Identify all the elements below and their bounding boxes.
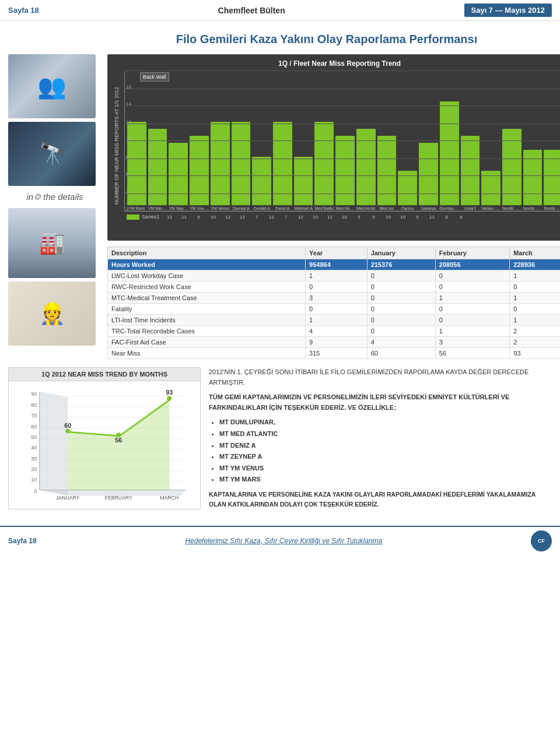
table-cell-january: 215376 — [367, 259, 435, 270]
table-row: Near Miss315605693 — [108, 348, 561, 359]
series-label: Series1 — [142, 214, 160, 220]
series-value: 7 — [251, 215, 264, 220]
col-description: Description — [108, 247, 306, 259]
line-chart-area: 0 10 20 30 40 50 60 70 80 90 — [8, 381, 201, 509]
svg-text:90: 90 — [31, 391, 37, 397]
table-cell-march: 1 — [510, 270, 560, 282]
binoculars-image — [8, 122, 96, 186]
table-cell-year: 954864 — [306, 259, 368, 270]
table-row: LWC-Lost Workday Case1001 — [108, 270, 561, 282]
svg-text:40: 40 — [31, 445, 37, 451]
series-value: 9 — [368, 215, 380, 220]
bar-col: Med Arctic — [356, 129, 376, 211]
svg-text:56: 56 — [115, 437, 122, 444]
col-year: Year — [306, 247, 368, 259]
table-cell-january: 0 — [367, 282, 435, 293]
table-cell-january: 0 — [367, 270, 435, 282]
line-chart-svg: 0 10 20 30 40 50 60 70 80 90 — [13, 386, 195, 504]
bar-chart-area: 1Q / Fleet Near Miss Reporting Trend Bac… — [107, 54, 560, 241]
chart-body: 16 14 12 10 8 6 4 2 YM MarsYM MercuryYM … — [124, 71, 560, 220]
series-value: 12 — [163, 215, 176, 220]
bar — [211, 122, 230, 205]
table-cell-year: 0 — [306, 282, 368, 293]
bar-col: Sakarya — [419, 143, 438, 211]
bar-col: YM Neptune — [169, 143, 188, 211]
series-value: 5 — [353, 215, 366, 220]
series-value: 7 — [280, 215, 293, 220]
list-item: MT YM VENUS — [219, 463, 552, 474]
table-header: Description Year January February March — [108, 247, 561, 259]
bars-area: 16 14 12 10 8 6 4 2 YM MarsYM MercuryYM … — [124, 71, 560, 212]
table-cell-february: 3 — [435, 337, 510, 348]
data-table: Description Year January February March … — [107, 247, 560, 359]
series-value: 8 — [455, 215, 468, 220]
table-cell-february: 208056 — [435, 259, 510, 270]
series-value: 8 — [440, 215, 453, 220]
table-cell-march: 0 — [510, 282, 560, 293]
series-value: 10 — [207, 215, 220, 220]
table-cell-march: 1 — [510, 293, 560, 304]
header-title: Chemfleet Bülten — [218, 6, 285, 15]
series-value: 12 — [236, 215, 249, 220]
table-body: Hours Worked954864215376208056228936LWC-… — [108, 259, 561, 359]
bar-chart-title: 1Q / Fleet Near Miss Reporting Trend — [114, 59, 560, 68]
table-cell-march: 2 — [510, 337, 560, 348]
table-cell-description: RWC-Restricted Work Case — [108, 282, 306, 293]
table-cell-february: 0 — [435, 315, 510, 326]
bar-col: YM Uranus — [190, 136, 209, 211]
table-cell-february: 56 — [435, 348, 510, 359]
table-cell-january: 0 — [367, 315, 435, 326]
bottom-section: 1Q 2012 NEAR MISS TREND BY MONTHS 0 10 2… — [8, 367, 552, 514]
table-cell-year: 3 — [306, 293, 368, 304]
y-axis-label: NUMBER OF NEAR MISS REPORTS AT 1/1 2012 — [114, 71, 124, 220]
table-cell-year: 9 — [306, 337, 368, 348]
series-color-box — [127, 215, 139, 220]
svg-text:FEBRUARY: FEBRUARY — [105, 495, 132, 501]
table-cell-february: 1 — [435, 293, 510, 304]
table-cell-description: LTI-lost Time Incidents — [108, 315, 306, 326]
table-cell-february: 0 — [435, 270, 510, 282]
bar — [232, 122, 251, 205]
table-cell-description: Near Miss — [108, 348, 306, 359]
svg-text:10: 10 — [31, 477, 37, 483]
series-values: 1211910121271271210111059151051188 — [163, 215, 468, 220]
table-cell-january: 4 — [367, 337, 435, 348]
svg-text:80: 80 — [31, 402, 37, 408]
bar — [190, 136, 209, 205]
bar — [481, 171, 501, 205]
svg-text:93: 93 — [166, 389, 173, 396]
bar — [461, 136, 480, 205]
col-february: February — [435, 247, 510, 259]
bar-col: Umar1 — [461, 136, 480, 211]
bar — [127, 122, 146, 205]
table-cell-description: TRC-Total Recordable Cases — [108, 326, 306, 337]
bar-col: Med Baltic — [314, 122, 334, 211]
line-chart-title: 1Q 2012 NEAR MISS TREND BY MONTHS — [8, 367, 201, 381]
series-value: 10 — [397, 215, 410, 220]
svg-text:0: 0 — [34, 488, 37, 494]
in-details-text: in⚙ the details — [8, 189, 102, 205]
bar — [252, 157, 271, 205]
bar — [314, 122, 334, 205]
table-cell-year: 4 — [306, 326, 368, 337]
table-cell-march: 93 — [510, 348, 560, 359]
text-para1: 2012'NİN 1. ÇEYREĞİ SONU İTİBARI İLE FİL… — [209, 367, 552, 388]
table-cell-march: 228936 — [510, 259, 560, 270]
list-item: MT DUMLUPINAR, — [219, 417, 552, 428]
footer: Sayfa 18 Hedefelerimiz Sıfır Kaza, Sıfır… — [0, 526, 560, 555]
list-item: MT MED ATLANTIC — [219, 429, 552, 439]
table-row: MTC-Medical Treatment Case3011 — [108, 293, 561, 304]
footer-page-label: Sayfa 18 — [8, 537, 37, 545]
table-row: RWC-Restricted Work Case0000 — [108, 282, 561, 293]
table-row: TRC-Total Recordable Cases4012 — [108, 326, 561, 337]
page-title: Filo Gemileri Kaza Yakını Olay Raporlama… — [102, 33, 552, 46]
top-section: in⚙ the details 1Q / Fleet Near Miss Rep… — [8, 54, 552, 359]
bar-col: Med nor — [377, 136, 397, 211]
table-cell-march: 1 — [510, 315, 560, 326]
bar — [419, 143, 438, 205]
list-item: MT ZEYNEP A — [219, 452, 552, 462]
text-para3: KAPTANLARINA VE PERSONELİNE KAZA YAKINI … — [209, 490, 552, 509]
table-cell-january: 0 — [367, 293, 435, 304]
text-para2: TÜM GEMİ KAPTANLARIMIZIN VE PERSONELİMİZ… — [209, 392, 552, 413]
header-page-number: Sayfa 18 — [8, 6, 39, 15]
